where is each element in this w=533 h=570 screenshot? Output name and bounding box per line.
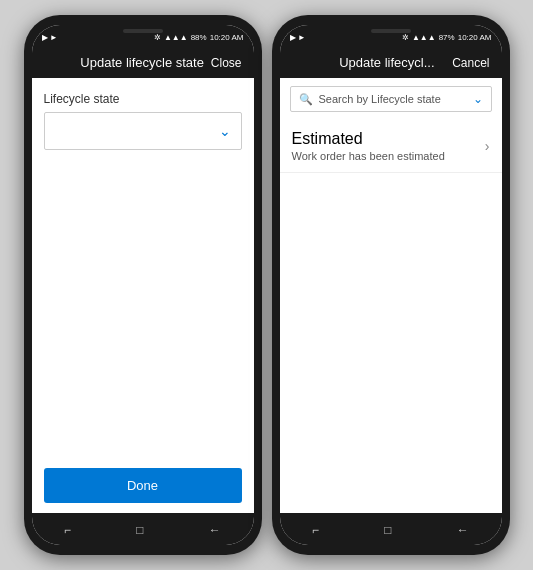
page-title-2: Update lifecycl... — [322, 55, 453, 70]
bluetooth-icon-2: ✲ — [402, 33, 409, 42]
back-icon-2[interactable]: ← — [457, 523, 469, 537]
list-item-title: Estimated — [292, 130, 445, 148]
search-icon: 🔍 — [299, 93, 313, 106]
list-item[interactable]: Estimated Work order has been estimated … — [280, 120, 502, 173]
done-button[interactable]: Done — [44, 468, 242, 503]
page-title-1: Update lifecycle state — [74, 55, 211, 70]
chevron-down-icon-1: ⌄ — [219, 123, 231, 139]
nav-bar-2: ⌐ □ ← — [280, 513, 502, 545]
signal-icon-1: ▶ ► — [42, 33, 58, 42]
signal-bars-1: ▲▲▲ — [164, 33, 188, 42]
list-item-chevron-icon: › — [485, 138, 490, 154]
list-container: Estimated Work order has been estimated … — [280, 120, 502, 173]
title-bar-1: Update lifecycle state Close — [32, 47, 254, 78]
phone-1: ▶ ► ✲ ▲▲▲ 88% 10:20 AM Update lifecycle … — [24, 15, 262, 555]
time-2: 10:20 AM — [458, 33, 492, 42]
phone-2: ▶ ► ✲ ▲▲▲ 87% 10:20 AM Update lifecycl..… — [272, 15, 510, 555]
list-item-content: Estimated Work order has been estimated — [292, 130, 445, 162]
bottom-bar-1: Done — [32, 458, 254, 513]
time-1: 10:20 AM — [210, 33, 244, 42]
status-right-1: ✲ ▲▲▲ 88% 10:20 AM — [154, 33, 244, 42]
signal-bars-2: ▲▲▲ — [412, 33, 436, 42]
list-item-subtitle: Work order has been estimated — [292, 150, 445, 162]
battery-1: 88% — [191, 33, 207, 42]
home-icon-2[interactable]: □ — [384, 523, 391, 537]
battery-2: 87% — [439, 33, 455, 42]
screen-content-1: Lifecycle state ⌄ — [32, 78, 254, 458]
home-icon-1[interactable]: □ — [136, 523, 143, 537]
cancel-button-2[interactable]: Cancel — [452, 56, 489, 70]
spacer-2 — [280, 173, 502, 513]
status-left-1: ▶ ► — [42, 33, 58, 42]
status-left-2: ▶ ► — [290, 33, 306, 42]
bluetooth-icon-1: ✲ — [154, 33, 161, 42]
lifecycle-dropdown-1[interactable]: ⌄ — [44, 112, 242, 150]
back-icon-1[interactable]: ← — [209, 523, 221, 537]
status-right-2: ✲ ▲▲▲ 87% 10:20 AM — [402, 33, 492, 42]
nav-bar-1: ⌐ □ ← — [32, 513, 254, 545]
search-input[interactable]: Search by Lifecycle state — [319, 93, 467, 105]
close-button-1[interactable]: Close — [211, 56, 242, 70]
signal-icon-2: ▶ ► — [290, 33, 306, 42]
recent-apps-icon-2[interactable]: ⌐ — [312, 523, 319, 537]
chevron-down-icon-2: ⌄ — [473, 92, 483, 106]
field-label-1: Lifecycle state — [44, 92, 242, 106]
recent-apps-icon-1[interactable]: ⌐ — [64, 523, 71, 537]
search-bar[interactable]: 🔍 Search by Lifecycle state ⌄ — [290, 86, 492, 112]
title-bar-2: Update lifecycl... Cancel — [280, 47, 502, 78]
